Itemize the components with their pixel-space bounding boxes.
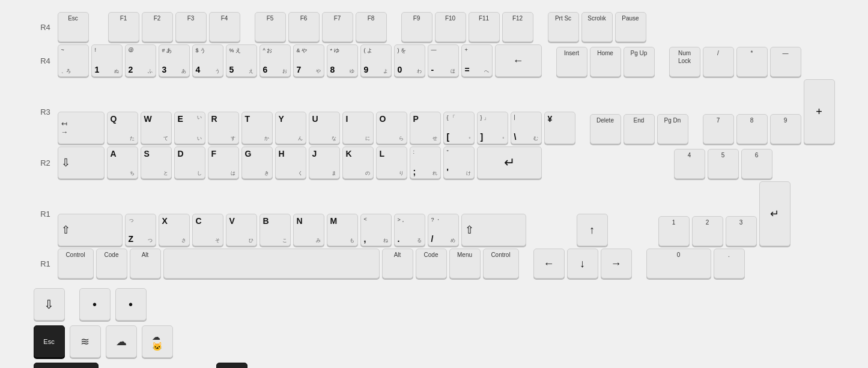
key-numpad-star[interactable]: *: [736, 47, 768, 77]
key-1[interactable]: ! 1 ぬ: [91, 44, 123, 77]
key-pgdn[interactable]: Pg Dn: [657, 114, 688, 144]
key-n[interactable]: N み: [293, 214, 324, 246]
key-f11[interactable]: F11: [469, 12, 500, 42]
key-prtsc[interactable]: Prt Sc: [548, 12, 579, 42]
key-2[interactable]: @ 2 ふ: [125, 44, 156, 77]
key-q[interactable]: Q た: [107, 112, 138, 144]
key-backspace[interactable]: ←: [495, 44, 542, 77]
key-g[interactable]: G き: [241, 146, 273, 179]
key-numpad-6[interactable]: 6: [741, 149, 772, 179]
key-delete[interactable]: Delete: [590, 114, 621, 144]
key-f9[interactable]: F9: [401, 12, 432, 42]
key-numlock[interactable]: NumLock: [669, 47, 700, 77]
key-numpad-minus[interactable]: —: [770, 47, 801, 77]
key-pgup[interactable]: Pg Up: [624, 47, 655, 77]
key-equals[interactable]: + = へ: [461, 44, 493, 77]
key-9[interactable]: ( よ 9 よ: [360, 44, 392, 77]
key-right[interactable]: →: [601, 249, 632, 279]
key-space[interactable]: [163, 249, 380, 279]
key-enter[interactable]: ↵: [477, 146, 542, 179]
key-4[interactable]: $ う 4 う: [192, 44, 223, 77]
key-f10[interactable]: F10: [435, 12, 466, 42]
key-lbracket[interactable]: { 「 [ °: [443, 112, 475, 144]
key-x[interactable]: X さ: [159, 214, 190, 246]
key-shift-left[interactable]: ⇧: [58, 214, 123, 246]
key-u[interactable]: U な: [309, 112, 340, 144]
key-m[interactable]: M も: [327, 214, 358, 246]
key-rbracket[interactable]: } 」 ] °: [477, 112, 508, 144]
key-pause[interactable]: Pause: [615, 12, 646, 42]
key-a[interactable]: A ち: [107, 146, 138, 179]
preview-shift-down[interactable]: ⇩: [34, 288, 65, 321]
key-home[interactable]: Home: [590, 47, 621, 77]
key-0[interactable]: ) を 0 わ: [394, 44, 425, 77]
preview-key-catcloud[interactable]: ☁🐱: [142, 325, 173, 358]
key-down[interactable]: ↓: [567, 249, 598, 279]
key-numpad-1[interactable]: 1: [658, 216, 690, 246]
preview-bullet2[interactable]: •: [115, 288, 147, 321]
key-i[interactable]: I に: [342, 112, 374, 144]
key-t[interactable]: T か: [241, 112, 273, 144]
key-numpad-7[interactable]: 7: [703, 114, 734, 144]
key-j[interactable]: J ま: [309, 146, 340, 179]
key-o[interactable]: O ら: [376, 112, 407, 144]
key-backslash[interactable]: | \ む: [511, 112, 542, 144]
key-7[interactable]: & や 7 や: [293, 44, 324, 77]
key-f1[interactable]: F1: [108, 12, 139, 42]
key-f8[interactable]: F8: [356, 12, 387, 42]
key-y[interactable]: Y ん: [275, 112, 306, 144]
key-yen[interactable]: ¥: [544, 112, 575, 144]
key-r[interactable]: R す: [208, 112, 239, 144]
preview-key-cloud[interactable]: ☁: [106, 325, 137, 358]
key-f5[interactable]: F5: [255, 12, 286, 42]
key-minus[interactable]: — - ほ: [428, 44, 459, 77]
key-v[interactable]: V ひ: [226, 214, 257, 246]
key-f4[interactable]: F4: [209, 12, 240, 42]
key-numpad-0[interactable]: 0: [646, 249, 711, 279]
key-b[interactable]: B こ: [259, 214, 291, 246]
key-numpad-5[interactable]: 5: [708, 149, 739, 179]
key-e[interactable]: Eい い: [174, 112, 205, 144]
key-period[interactable]: > 。 . る: [394, 214, 425, 246]
preview-key-esc-dark[interactable]: Esc: [34, 325, 65, 358]
key-insert[interactable]: Insert: [556, 47, 587, 77]
key-esc[interactable]: Esc: [58, 12, 89, 42]
key-k[interactable]: K の: [342, 146, 374, 179]
preview-key-wind[interactable]: ≋: [70, 325, 101, 358]
key-code-right[interactable]: Code: [416, 249, 447, 279]
key-semicolon[interactable]: : ; れ: [410, 146, 441, 179]
key-capslock[interactable]: ⇩: [58, 146, 105, 179]
key-p[interactable]: P せ: [410, 112, 441, 144]
key-slash[interactable]: ? ・ / め: [428, 214, 459, 246]
key-scrlk[interactable]: Scrolık: [581, 12, 613, 42]
key-numpad-slash[interactable]: /: [703, 47, 734, 77]
key-s[interactable]: S と: [141, 146, 172, 179]
key-5[interactable]: % え 5 え: [226, 44, 257, 77]
key-c[interactable]: C そ: [192, 214, 223, 246]
key-left[interactable]: ←: [533, 249, 565, 279]
preview-key-enter-dark[interactable]: ↵: [34, 363, 99, 368]
key-numpad-dot[interactable]: .: [714, 249, 745, 279]
key-comma[interactable]: < , ね: [360, 214, 392, 246]
key-f2[interactable]: F2: [142, 12, 173, 42]
key-h[interactable]: H く: [275, 146, 306, 179]
key-6[interactable]: ^ お 6 お: [259, 44, 291, 77]
key-numpad-4[interactable]: 4: [674, 149, 705, 179]
key-numpad-2[interactable]: 2: [692, 216, 723, 246]
key-8[interactable]: * ゆ 8 ゆ: [327, 44, 358, 77]
key-end[interactable]: End: [624, 114, 655, 144]
key-up[interactable]: ↑: [577, 214, 608, 246]
key-f12[interactable]: F12: [502, 12, 533, 42]
key-alt-left[interactable]: Alt: [130, 249, 161, 279]
key-tab[interactable]: ↤→: [58, 112, 105, 144]
key-f6[interactable]: F6: [288, 12, 320, 42]
key-numpad-3[interactable]: 3: [726, 216, 757, 246]
key-ctrl-right[interactable]: Control: [483, 249, 519, 279]
key-ctrl-left[interactable]: Control: [58, 249, 94, 279]
key-f7[interactable]: F7: [322, 12, 353, 42]
key-numpad-plus[interactable]: +: [804, 79, 835, 144]
key-alt-right[interactable]: Alt: [382, 249, 413, 279]
key-w[interactable]: W て: [141, 112, 172, 144]
key-menu[interactable]: Menu: [449, 249, 481, 279]
key-l[interactable]: L り: [376, 146, 407, 179]
